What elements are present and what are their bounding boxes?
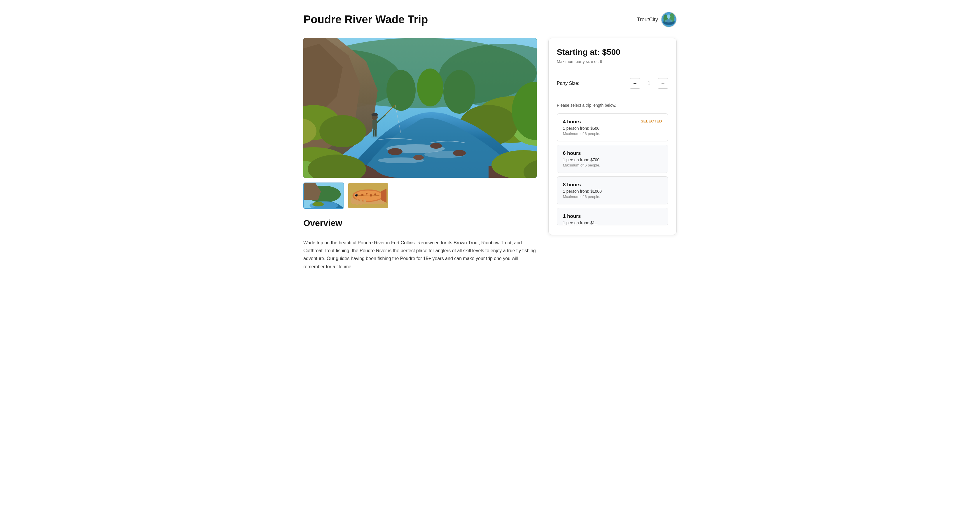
trip-option-4hours-header: 4 hours SELECTED (563, 119, 662, 126)
svg-rect-63 (356, 200, 358, 205)
svg-rect-36 (372, 119, 377, 130)
trip-option-8hours-header: 8 hours (563, 182, 662, 189)
trip-option-1hour-header: 1 hours (563, 213, 662, 221)
trip-option-8hours-duration: 8 hours (563, 182, 581, 188)
overview-description: Wade trip on the beautiful Poudre River … (303, 239, 537, 271)
decrease-party-button[interactable]: − (630, 78, 640, 89)
content-layout: Overview Wade trip on the beautiful Poud… (303, 38, 677, 278)
trip-option-6hours-price: 1 person from: $700 (563, 157, 662, 162)
party-size-label: Party Size: (557, 81, 579, 86)
max-party-text: Maximum party size of: 6 (557, 59, 668, 64)
trip-option-6hours-max: Maximum of 6 people. (563, 163, 662, 167)
trip-option-8hours-price: 1 person from: $1000 (563, 189, 662, 194)
svg-point-29 (413, 155, 424, 160)
starting-price: Starting at: $500 (557, 48, 668, 57)
trip-option-6hours[interactable]: 6 hours 1 person from: $700 Maximum of 6… (557, 145, 668, 173)
booking-panel: Starting at: $500 Maximum party size of:… (548, 38, 677, 235)
party-size-row: Party Size: − 1 + (557, 78, 668, 89)
trip-option-4hours-max: Maximum of 6 people. (563, 132, 662, 136)
brand-name: TroutCity (637, 17, 658, 23)
trip-option-1hour-duration: 1 hours (563, 213, 581, 219)
trip-length-prompt: Please select a trip length below. (557, 103, 668, 108)
svg-point-16 (320, 115, 366, 147)
trip-option-8hours-max: Maximum of 6 people. (563, 194, 662, 199)
svg-point-6 (665, 19, 673, 22)
left-column: Overview Wade trip on the beautiful Poud… (303, 38, 537, 278)
svg-point-56 (366, 193, 368, 194)
trip-option-1hour[interactable]: 1 hours 1 person from: $1... (557, 208, 668, 225)
svg-rect-65 (363, 200, 366, 205)
svg-rect-64 (360, 200, 362, 205)
brand-avatar (661, 12, 677, 27)
increase-party-button[interactable]: + (658, 78, 668, 89)
trip-option-6hours-header: 6 hours (563, 151, 662, 157)
trip-option-4hours-duration: 4 hours (563, 119, 581, 125)
main-image (303, 38, 537, 178)
svg-point-30 (453, 150, 466, 156)
trip-option-4hours[interactable]: 4 hours SELECTED 1 person from: $500 Max… (557, 113, 668, 141)
svg-point-58 (374, 193, 376, 195)
trip-option-6hours-duration: 6 hours (563, 151, 581, 156)
svg-point-5 (667, 14, 670, 19)
svg-point-23 (443, 70, 476, 114)
overview-title: Overview (303, 218, 537, 228)
trip-option-1hour-price: 1 person from: $1... (563, 221, 662, 225)
party-size-value: 1 (646, 81, 652, 87)
divider-1 (557, 72, 668, 72)
brand-area: TroutCity (637, 12, 677, 27)
trip-option-4hours-price: 1 person from: $500 (563, 126, 662, 131)
svg-point-28 (430, 143, 442, 149)
thumbnail-fish[interactable] (348, 183, 388, 209)
booking-card: Starting at: $500 Maximum party size of:… (548, 38, 677, 235)
svg-point-61 (355, 194, 356, 195)
overview-section: Overview Wade trip on the beautiful Poud… (303, 218, 537, 271)
overview-divider (303, 233, 537, 233)
svg-rect-62 (353, 200, 355, 205)
svg-point-22 (417, 68, 443, 106)
trip-option-4hours-badge: SELECTED (641, 119, 662, 123)
party-size-stepper: − 1 + (630, 78, 668, 89)
svg-point-21 (387, 70, 415, 111)
page-header: Poudre River Wade Trip TroutCity (303, 12, 677, 27)
svg-rect-39 (372, 113, 377, 116)
svg-point-45 (371, 136, 379, 138)
trip-option-8hours[interactable]: 8 hours 1 person from: $1000 Maximum of … (557, 176, 668, 205)
thumbnail-river[interactable] (303, 183, 344, 209)
thumbnail-row (303, 183, 537, 209)
page-title: Poudre River Wade Trip (303, 13, 428, 26)
svg-point-27 (388, 148, 402, 155)
svg-point-55 (361, 194, 364, 196)
svg-point-50 (312, 202, 324, 206)
